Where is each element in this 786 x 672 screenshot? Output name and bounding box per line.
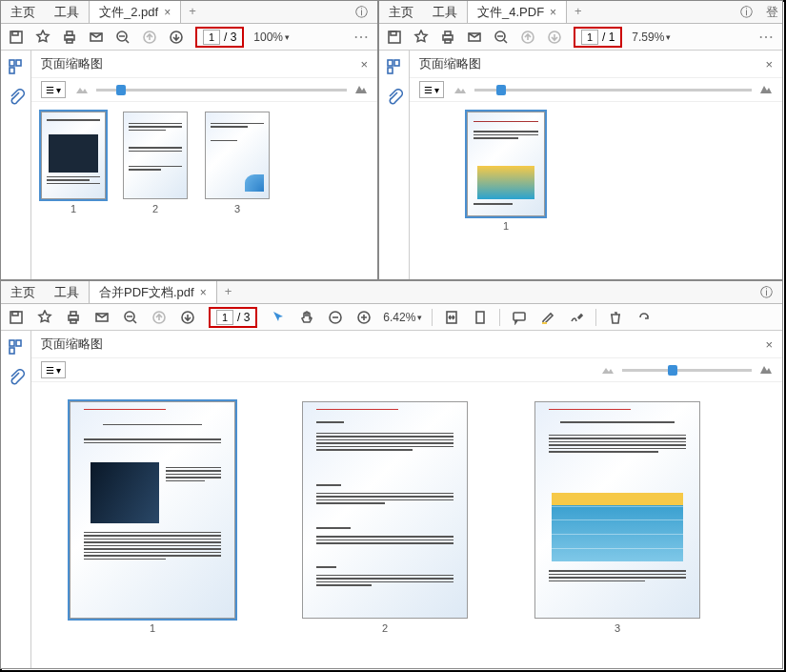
tab-home[interactable]: 主页 (1, 281, 45, 303)
tab-tools[interactable]: 工具 (423, 1, 467, 23)
tab-file[interactable]: 合并PDF文档.pdf× (89, 281, 217, 303)
thumb-size-slider[interactable] (75, 81, 368, 98)
star-icon[interactable] (412, 28, 431, 47)
thumb-size-slider[interactable] (453, 81, 773, 98)
tab-bar: 主页 工具 文件_4.PDF× + ⓘ 登 (379, 1, 782, 24)
thumbnail[interactable]: 1 (41, 112, 106, 214)
mail-icon[interactable] (465, 28, 484, 47)
zoom-select[interactable]: 7.59%▾ (632, 31, 671, 44)
zoom-select[interactable]: 100%▾ (253, 31, 290, 44)
save-icon[interactable] (7, 28, 26, 47)
toolbar: / 3 6.42%▾ (1, 304, 782, 331)
page-input[interactable] (581, 30, 598, 45)
tab-home[interactable]: 主页 (1, 1, 45, 23)
print-icon[interactable] (60, 28, 79, 47)
mountain-large-icon (759, 361, 773, 378)
help-icon[interactable]: ⓘ (751, 281, 782, 303)
delete-icon[interactable] (606, 308, 625, 327)
zoom-out-icon[interactable] (121, 308, 140, 327)
page-total: / 3 (224, 31, 236, 44)
tab-tools[interactable]: 工具 (45, 1, 89, 23)
svg-rect-9 (10, 60, 14, 66)
fit-width-icon[interactable] (442, 308, 461, 327)
tab-add[interactable]: + (217, 281, 240, 303)
thumbnail[interactable]: 1 (70, 401, 235, 634)
zoom-value: 100% (253, 31, 283, 44)
panel-close-icon[interactable]: × (765, 57, 773, 71)
tab-tools[interactable]: 工具 (45, 281, 89, 303)
thumbnails-icon[interactable] (8, 58, 25, 79)
save-icon[interactable] (385, 28, 404, 47)
view-options[interactable]: ☰ ▾ (41, 361, 66, 378)
sidebar (1, 331, 31, 668)
page-indicator: / 3 (195, 27, 244, 48)
print-icon[interactable] (64, 308, 83, 327)
panel-title: 页面缩略图 (41, 55, 103, 72)
thumbnail[interactable]: 2 (302, 401, 468, 634)
thumbnail[interactable]: 3 (534, 401, 700, 634)
help-icon[interactable]: ⓘ (731, 1, 762, 23)
tab-bar: 主页 工具 文件_2.pdf× + ⓘ (1, 1, 377, 24)
panel-header: 页面缩略图× (31, 51, 377, 77)
up-icon[interactable] (140, 28, 159, 47)
tab-file[interactable]: 文件_4.PDF× (467, 1, 567, 23)
pointer-icon[interactable] (269, 308, 288, 327)
tab-file-label: 合并PDF文档.pdf (99, 284, 194, 301)
redo-icon[interactable] (635, 308, 654, 327)
attachment-icon[interactable] (8, 369, 25, 390)
mail-icon[interactable] (87, 28, 106, 47)
help-icon[interactable]: ⓘ (346, 1, 377, 23)
star-icon[interactable] (33, 28, 52, 47)
thumbnails-icon[interactable] (386, 58, 403, 79)
more-icon[interactable]: ⋯ (756, 28, 776, 46)
close-icon[interactable]: × (550, 6, 556, 19)
hand-icon[interactable] (297, 308, 316, 327)
account-icon[interactable]: 登 (762, 1, 782, 23)
thumbnail[interactable]: 2 (123, 112, 188, 214)
star-icon[interactable] (35, 308, 54, 327)
zoom-out-icon[interactable] (113, 28, 132, 47)
thumbnail[interactable]: 1 (467, 112, 545, 232)
panel-close-icon[interactable]: × (360, 57, 368, 71)
view-options[interactable]: ☰ ▾ (41, 81, 66, 98)
pane-file2: 主页 工具 文件_2.pdf× + ⓘ / 3 100%▾ ⋯ 页面缩略图× ☰… (0, 0, 378, 280)
sidebar (379, 51, 410, 279)
page-input[interactable] (203, 30, 220, 45)
thumbnails-icon[interactable] (8, 338, 25, 359)
print-icon[interactable] (438, 28, 457, 47)
panel-close-icon[interactable]: × (765, 337, 773, 352)
zoom-select[interactable]: 6.42%▾ (383, 311, 422, 324)
page-input[interactable] (216, 310, 233, 325)
svg-rect-37 (514, 313, 525, 320)
down-icon[interactable] (545, 28, 564, 47)
close-icon[interactable]: × (164, 6, 171, 19)
highlight-icon[interactable] (538, 308, 557, 327)
thumb-size-slider[interactable] (601, 361, 773, 378)
zoom-out-icon[interactable] (492, 28, 511, 47)
view-options[interactable]: ☰ ▾ (419, 81, 444, 98)
comment-icon[interactable] (510, 308, 529, 327)
more-icon[interactable]: ⋯ (351, 28, 372, 46)
fit-page-icon[interactable] (471, 308, 490, 327)
plus-icon[interactable] (354, 308, 373, 327)
tab-file[interactable]: 文件_2.pdf× (89, 1, 181, 23)
attachment-icon[interactable] (8, 89, 25, 110)
tab-add[interactable]: + (181, 1, 204, 23)
tab-add[interactable]: + (567, 1, 590, 23)
tab-home[interactable]: 主页 (379, 1, 423, 23)
sign-icon[interactable] (567, 308, 586, 327)
page-indicator: / 3 (209, 307, 257, 328)
thumbnail[interactable]: 3 (205, 112, 270, 214)
up-icon[interactable] (518, 28, 537, 47)
down-icon[interactable] (167, 28, 186, 47)
down-icon[interactable] (178, 308, 197, 327)
up-icon[interactable] (150, 308, 169, 327)
minus-icon[interactable] (326, 308, 345, 327)
attachment-icon[interactable] (386, 89, 403, 110)
save-icon[interactable] (7, 308, 26, 327)
sidebar (1, 51, 31, 279)
mail-icon[interactable] (92, 308, 111, 327)
close-icon[interactable]: × (200, 286, 207, 299)
svg-rect-15 (445, 31, 451, 35)
thumbnails: 1 2 3 (31, 382, 782, 668)
